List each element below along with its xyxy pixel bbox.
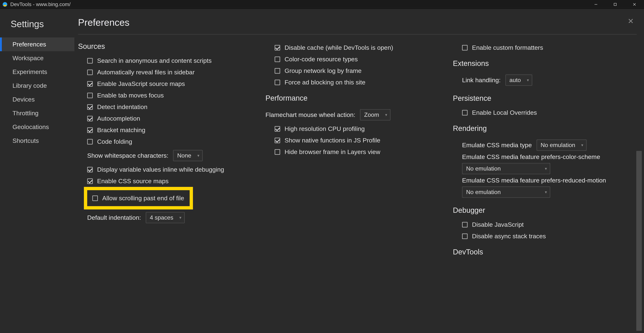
checkbox-bracket[interactable] <box>87 128 93 133</box>
preferences-heading: Preferences <box>78 17 637 34</box>
select-flamechart[interactable]: Zoom <box>360 109 390 120</box>
label-autocomplete: Autocompletion <box>97 115 140 122</box>
close-window-button[interactable] <box>625 0 644 9</box>
checkbox-native-fn[interactable] <box>275 138 280 143</box>
column-right: Enable custom formatters Extensions Link… <box>453 36 637 327</box>
checkbox-force-ad[interactable] <box>275 80 280 85</box>
label-disable-js: Disable JavaScript <box>472 221 524 228</box>
label-default-indent: Default indentation: <box>87 214 141 221</box>
label-force-ad: Force ad blocking on this site <box>284 79 365 86</box>
label-color-code: Color-code resource types <box>284 56 358 63</box>
label-scroll-past: Allow scrolling past end of file <box>102 194 184 202</box>
section-rendering: Rendering <box>453 124 637 132</box>
titlebar: DevTools - www.bing.com/ <box>0 0 644 9</box>
window-title: DevTools - www.bing.com/ <box>10 2 586 7</box>
checkbox-folding[interactable] <box>87 139 93 144</box>
label-bracket: Bracket matching <box>97 126 146 134</box>
label-flamechart: Flamechart mouse wheel action: <box>266 111 355 118</box>
label-css-motion: Emulate CSS media feature prefers-reduce… <box>453 177 637 184</box>
label-hide-frame: Hide browser frame in Layers view <box>284 148 380 156</box>
section-debugger: Debugger <box>453 206 637 214</box>
minimize-button[interactable] <box>586 0 606 9</box>
label-css-color: Emulate CSS media feature prefers-color-… <box>453 153 637 160</box>
select-whitespace[interactable]: None <box>173 150 203 161</box>
label-local-override: Enable Local Overrides <box>472 109 537 116</box>
label-group-frame: Group network log by frame <box>284 67 362 74</box>
section-devtools: DevTools <box>453 248 637 256</box>
checkbox-detect-indent[interactable] <box>87 104 93 110</box>
checkbox-color-code[interactable] <box>275 56 280 62</box>
sidebar-item-devices[interactable]: Devices <box>0 92 74 106</box>
checkbox-high-res[interactable] <box>275 126 280 132</box>
checkbox-scroll-past[interactable] <box>92 196 98 201</box>
settings-heading: Settings <box>0 19 74 38</box>
label-link-handling: Link handling: <box>462 76 500 84</box>
column-network-perf: Disable cache (while DevTools is open) C… <box>266 36 449 327</box>
checkbox-disable-cache[interactable] <box>275 45 280 50</box>
sidebar-item-experiments[interactable]: Experiments <box>0 65 74 79</box>
checkbox-search-anon[interactable] <box>87 58 93 64</box>
label-whitespace: Show whitespace characters: <box>87 152 168 159</box>
column-sources: Sources Search in anonymous and content … <box>78 36 262 327</box>
section-persistence: Persistence <box>453 94 637 102</box>
label-css-media: Emulate CSS media type <box>462 142 532 149</box>
sidebar-item-workspace[interactable]: Workspace <box>0 51 74 65</box>
checkbox-hide-frame[interactable] <box>275 149 280 155</box>
checkbox-group-frame[interactable] <box>275 68 280 74</box>
checkbox-local-override[interactable] <box>462 110 468 116</box>
label-folding: Code folding <box>97 138 132 145</box>
section-extensions: Extensions <box>453 59 637 68</box>
label-tab-focus: Enable tab moves focus <box>97 92 164 99</box>
devtools-icon <box>2 2 8 7</box>
label-disable-async: Disable async stack traces <box>472 232 546 240</box>
select-css-media[interactable]: No emulation <box>536 140 587 151</box>
label-high-res: High resolution CPU profiling <box>284 125 365 132</box>
checkbox-autocomplete[interactable] <box>87 116 93 121</box>
label-disable-cache: Disable cache (while DevTools is open) <box>284 44 393 51</box>
sidebar-item-shortcuts[interactable]: Shortcuts <box>0 134 74 148</box>
checkbox-disable-js[interactable] <box>462 222 468 228</box>
settings-sidebar: Settings Preferences Workspace Experimen… <box>0 12 74 333</box>
sidebar-item-preferences[interactable]: Preferences <box>0 38 74 51</box>
window-controls <box>586 0 644 9</box>
select-css-motion[interactable]: No emulation <box>462 186 550 198</box>
svg-rect-3 <box>614 3 616 6</box>
checkbox-display-inline[interactable] <box>87 167 93 172</box>
label-search-anon: Search in anonymous and content scripts <box>97 57 212 64</box>
checkbox-css-maps[interactable] <box>87 178 93 184</box>
sidebar-item-throttling[interactable]: Throttling <box>0 106 74 120</box>
svg-rect-1 <box>4 5 6 6</box>
label-css-maps: Enable CSS source maps <box>97 178 168 185</box>
preferences-panel: ✕ Preferences Sources Search in anonymou… <box>74 12 644 333</box>
select-default-indent[interactable]: 4 spaces <box>146 212 185 223</box>
scrollbar-thumb[interactable] <box>636 151 642 331</box>
section-sources: Sources <box>78 42 262 50</box>
highlight-scroll-past: Allow scrolling past end of file <box>84 187 193 210</box>
label-auto-reveal: Automatically reveal files in sidebar <box>97 69 194 76</box>
close-panel-button[interactable]: ✕ <box>628 17 634 25</box>
select-link-handling[interactable]: auto <box>506 74 532 86</box>
checkbox-auto-reveal[interactable] <box>87 70 93 75</box>
sidebar-item-library-code[interactable]: Library code <box>0 79 74 92</box>
label-custom-fmt: Enable custom formatters <box>472 44 543 51</box>
checkbox-disable-async[interactable] <box>462 234 468 239</box>
section-performance: Performance <box>266 94 449 102</box>
select-css-color[interactable]: No emulation <box>462 163 550 174</box>
checkbox-js-maps[interactable] <box>87 81 93 87</box>
checkbox-tab-focus[interactable] <box>87 93 93 98</box>
label-display-inline: Display variable values inline while deb… <box>97 166 224 173</box>
label-native-fn: Show native functions in JS Profile <box>284 137 380 144</box>
label-js-maps: Enable JavaScript source maps <box>97 80 185 88</box>
sidebar-item-geolocations[interactable]: Geolocations <box>0 120 74 134</box>
label-detect-indent: Detect indentation <box>97 103 148 110</box>
maximize-button[interactable] <box>606 0 625 9</box>
checkbox-custom-fmt[interactable] <box>462 45 468 50</box>
